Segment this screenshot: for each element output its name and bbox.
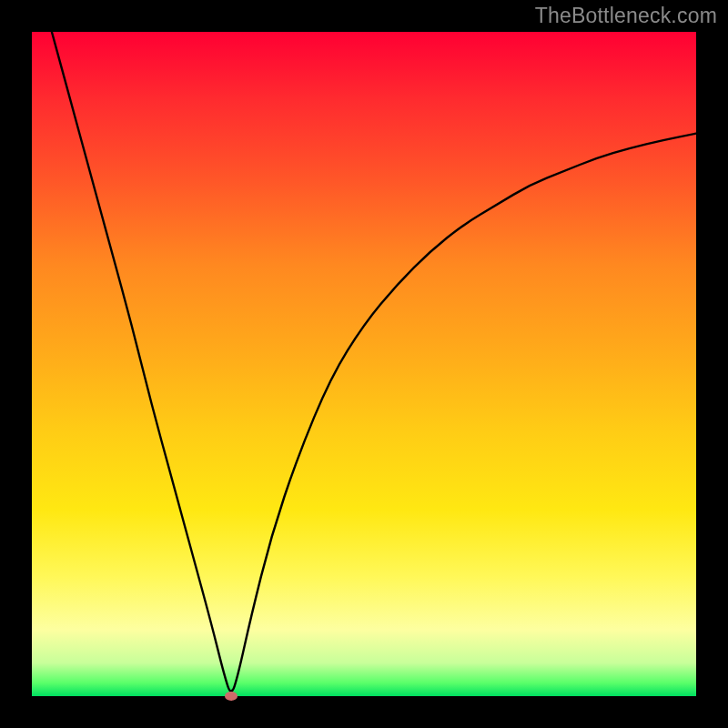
- bottleneck-curve: [52, 32, 696, 692]
- curve-layer: [32, 32, 696, 696]
- minimum-marker: [225, 692, 238, 701]
- watermark-text: TheBottleneck.com: [535, 4, 717, 28]
- chart-frame: TheBottleneck.com: [0, 0, 728, 728]
